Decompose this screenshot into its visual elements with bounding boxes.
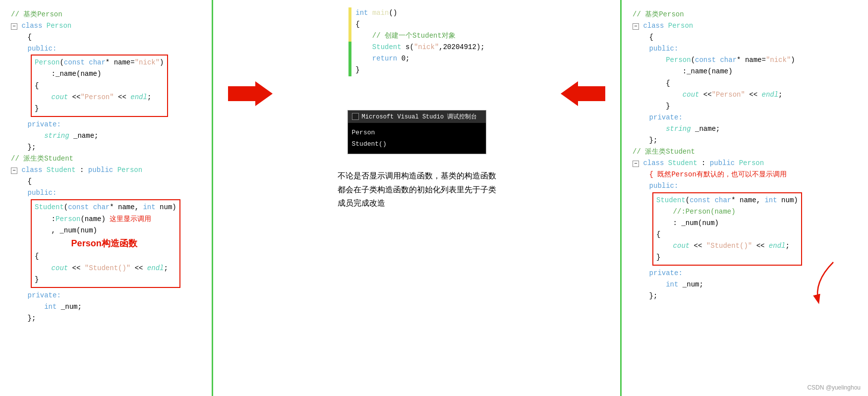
right-collapse2[interactable]: − <box>633 161 639 167</box>
right-code-panel: // 基类Person − class Person { public: Per… <box>620 0 868 396</box>
svg-marker-0 <box>228 81 273 106</box>
int-main-area: int main() { // 创建一个Student对象 Student s(… <box>223 7 610 76</box>
right-collapse1[interactable]: − <box>633 23 639 30</box>
right-comment1: // 基类Person <box>633 10 684 18</box>
arrow-left <box>561 81 605 108</box>
console-line-2: Student() <box>352 138 482 150</box>
vs-console: Microsoft Visual Studio 调试控制台 Person Stu… <box>347 110 486 155</box>
vs-console-body: Person Student() <box>348 123 486 154</box>
right-student-constructor-box: Student(const char* name, int num) //:Pe… <box>652 192 802 266</box>
middle-section: int main() { // 创建一个Student对象 Student s(… <box>213 0 620 396</box>
person-constructor-box: Person(const char* name="nick") :_name(n… <box>31 55 168 116</box>
left-collapse2[interactable]: − <box>11 168 17 174</box>
svg-marker-1 <box>561 81 605 106</box>
console-line-1: Person <box>352 127 482 138</box>
vs-console-title: Microsoft Visual Studio 调试控制台 <box>348 111 486 123</box>
arrows-row <box>223 81 610 108</box>
bottom-annotation: 不论是否显示调用构造函数，基类的构造函数都会在子类构造函数的初始化列表里先于子类… <box>338 169 496 210</box>
left-comment1: // 基类Person <box>11 10 62 18</box>
int-main-block: int main() { // 创建一个Student对象 Student s(… <box>348 7 484 76</box>
student-constructor-box: Student(const char* name, int num) :Pers… <box>31 199 180 288</box>
main-container: // 基类Person − class Person { public: Per… <box>0 0 868 396</box>
arrow-right <box>228 81 273 108</box>
watermark: CSDN @yuelinghou <box>807 384 861 391</box>
left-collapse1[interactable]: − <box>11 23 17 30</box>
left-code-panel: // 基类Person − class Person { public: Per… <box>0 0 213 396</box>
